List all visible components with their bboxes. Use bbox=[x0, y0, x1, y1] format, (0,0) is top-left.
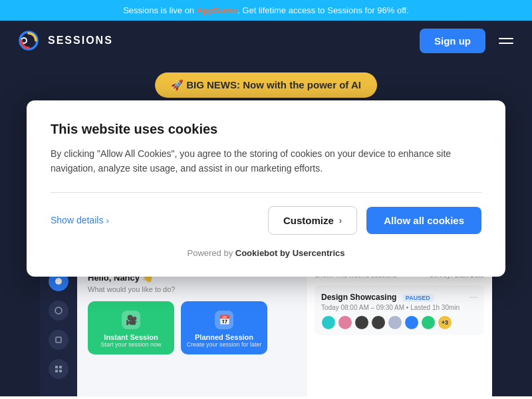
navbar: SESSIONS Sign up bbox=[0, 21, 532, 61]
instant-session-card[interactable]: 🎥 Instant Session Start your session now bbox=[88, 301, 174, 354]
show-details-label: Show details bbox=[51, 215, 103, 225]
session-more-icon[interactable]: ··· bbox=[469, 291, 477, 302]
session-name: Design Showcasing bbox=[321, 293, 396, 302]
cookie-modal-title: This website uses cookies bbox=[51, 122, 481, 137]
app-preview-inner: Hello, Nancy 👋 What would you like to do… bbox=[40, 263, 492, 396]
instant-session-label: Instant Session bbox=[104, 333, 158, 341]
session-list-item: Design Showcasing PAUSED ··· Today 08:00… bbox=[315, 285, 484, 335]
avatar-overflow: +3 bbox=[438, 315, 452, 330]
announcement-suffix: . Get lifetime access to Sessions for 96… bbox=[237, 5, 409, 15]
customize-chevron-icon: › bbox=[339, 215, 342, 225]
avatar-3 bbox=[354, 315, 369, 330]
svg-rect-7 bbox=[55, 366, 58, 368]
sidebar-grid-icon bbox=[49, 359, 68, 379]
avatar-4 bbox=[371, 315, 386, 330]
powered-by-prefix: Powered by bbox=[188, 248, 235, 258]
app-right-panel: Show: This week's sessions Sort by: Star… bbox=[306, 263, 492, 396]
sidebar-globe-icon bbox=[49, 301, 68, 321]
session-avatars: +3 bbox=[321, 315, 477, 330]
svg-rect-6 bbox=[56, 337, 61, 342]
cookie-divider bbox=[51, 192, 481, 193]
app-cards-row: 🎥 Instant Session Start your session now… bbox=[88, 301, 295, 354]
instant-session-icon: 🎥 bbox=[122, 311, 140, 329]
avatar-1 bbox=[321, 315, 336, 330]
session-time: Today 08:00 AM – 09:30 AM • Lasted 1h 30… bbox=[321, 304, 477, 311]
sidebar-settings-icon bbox=[49, 330, 68, 350]
announcement-banner: Sessions is live on AppSumo. Get lifetim… bbox=[0, 0, 532, 21]
app-subtitle: What would you like to do? bbox=[88, 285, 295, 293]
appsumo-link[interactable]: AppSumo bbox=[197, 5, 237, 15]
app-preview: Hello, Nancy 👋 What would you like to do… bbox=[40, 263, 492, 396]
avatar-5 bbox=[388, 315, 402, 330]
cookie-actions-row: Show details › Customize › Allow all coo… bbox=[51, 206, 481, 235]
svg-point-5 bbox=[55, 307, 62, 314]
svg-rect-10 bbox=[59, 370, 62, 372]
app-sidebar bbox=[40, 263, 77, 396]
hamburger-menu-icon[interactable] bbox=[496, 35, 516, 47]
cookiebot-brand: Cookiebot by Usercentrics bbox=[235, 248, 345, 258]
show-details-link[interactable]: Show details › bbox=[51, 215, 109, 225]
planned-session-label: Planned Session bbox=[195, 333, 253, 341]
avatar-2 bbox=[338, 315, 352, 330]
customize-button[interactable]: Customize › bbox=[268, 206, 357, 235]
cookie-consent-modal: This website uses cookies By clicking "A… bbox=[27, 100, 505, 277]
chevron-right-icon: › bbox=[106, 215, 108, 225]
avatar-mq bbox=[404, 315, 419, 330]
svg-rect-9 bbox=[55, 370, 58, 372]
avatar-lc bbox=[421, 315, 436, 330]
sessions-logo-icon bbox=[16, 28, 41, 53]
powered-by-row: Powered by Cookiebot by Usercentrics bbox=[51, 248, 481, 258]
logo-text: SESSIONS bbox=[48, 35, 113, 47]
planned-session-icon: 📅 bbox=[215, 311, 233, 329]
big-news-pill: 🚀 BIG NEWS: Now with the power of AI bbox=[155, 72, 377, 98]
announcement-prefix: Sessions is live on bbox=[123, 5, 197, 15]
svg-rect-8 bbox=[59, 366, 62, 368]
instant-session-sublabel: Start your session now bbox=[100, 341, 161, 348]
nav-right: Sign up bbox=[420, 29, 516, 53]
main-background: 🚀 BIG NEWS: Now with the power of AI Thi… bbox=[0, 61, 532, 396]
planned-session-card[interactable]: 📅 Planned Session Create your session fo… bbox=[181, 301, 267, 354]
allow-cookies-button[interactable]: Allow all cookies bbox=[366, 207, 481, 234]
cookie-modal-description: By clicking "Allow All Cookies", you agr… bbox=[51, 146, 481, 176]
app-main-content: Hello, Nancy 👋 What would you like to do… bbox=[77, 263, 306, 396]
svg-point-4 bbox=[55, 278, 62, 285]
session-status-badge: PAUSED bbox=[402, 294, 434, 302]
logo-area: SESSIONS bbox=[16, 28, 113, 53]
planned-session-sublabel: Create your session for later bbox=[186, 341, 261, 348]
customize-label: Customize bbox=[283, 215, 334, 226]
signup-button[interactable]: Sign up bbox=[420, 29, 485, 53]
